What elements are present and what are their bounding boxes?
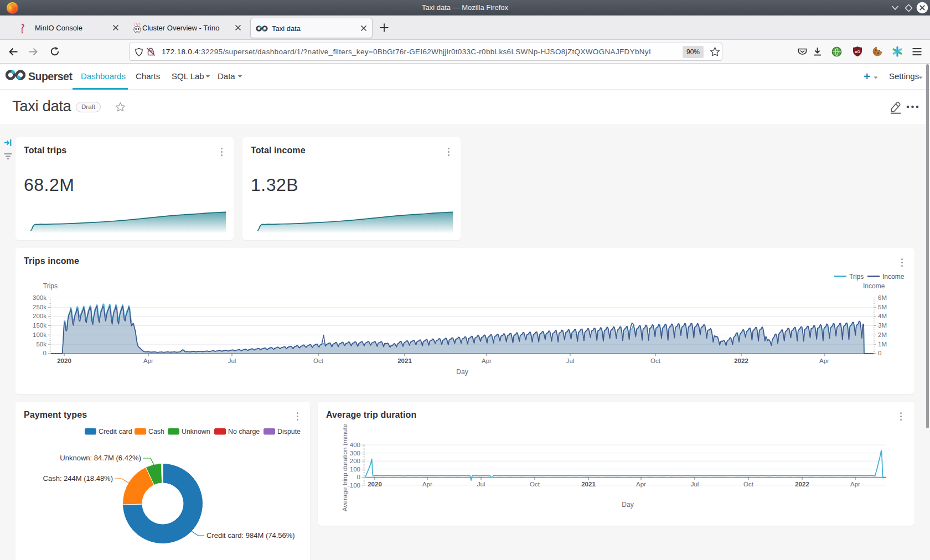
svg-text:0: 0 [357,474,360,480]
svg-text:Cash: 244M (18.48%): Cash: 244M (18.48%) [43,474,113,483]
svg-text:Oct: Oct [313,357,324,364]
svg-text:100: 100 [350,466,360,473]
svg-text:Apr: Apr [819,357,829,364]
svg-text:150k: 150k [33,322,46,329]
svg-text:Average trinp duration (minute: Average trinp duration (minute [341,423,349,511]
svg-text:2022: 2022 [734,357,748,364]
svg-text:Jul: Jul [228,357,236,364]
svg-text:Trips: Trips [43,282,58,290]
svg-text:Jul: Jul [566,357,575,364]
svg-text:200k: 200k [33,313,46,319]
svg-text:250k: 250k [33,304,46,310]
svg-text:Unknown: 84.7M (6.42%): Unknown: 84.7M (6.42%) [60,454,141,462]
svg-text:Day: Day [456,368,468,376]
svg-text:4M: 4M [878,313,887,319]
svg-text:2021: 2021 [581,481,596,488]
svg-text:2020: 2020 [57,357,71,364]
svg-text:Jul: Jul [691,481,699,488]
svg-text:-100: -100 [348,482,360,489]
svg-text:Unknown: Unknown [182,428,210,435]
svg-text:Apr: Apr [422,481,432,488]
svg-text:100k: 100k [33,331,46,338]
svg-text:Credit card: 984M (74.56%): Credit card: 984M (74.56%) [206,531,295,540]
svg-text:Cash: Cash [148,428,164,435]
svg-text:6M: 6M [878,294,887,301]
svg-text:Dispute: Dispute [277,428,301,435]
svg-text:Day: Day [622,501,633,509]
svg-text:Jul: Jul [477,481,485,488]
svg-text:300: 300 [350,450,360,457]
svg-text:200: 200 [350,458,360,464]
svg-text:3M: 3M [878,322,887,329]
svg-text:5M: 5M [878,304,887,310]
svg-text:Apr: Apr [850,481,860,488]
svg-text:50k: 50k [36,341,46,348]
svg-text:Apr: Apr [636,481,646,488]
svg-text:Oct: Oct [650,357,661,364]
svg-text:2020: 2020 [368,481,382,488]
svg-text:2021: 2021 [397,357,412,364]
svg-text:uO: uO [855,50,860,54]
svg-text:400: 400 [350,442,360,448]
svg-text:Trips: Trips [849,273,864,281]
svg-text:Income: Income [882,273,905,281]
svg-text:300k: 300k [33,294,46,301]
svg-text:2022: 2022 [795,481,809,488]
svg-text:Credit card: Credit card [99,428,132,435]
svg-text:2M: 2M [878,331,887,338]
svg-text:1M: 1M [878,341,887,348]
svg-text:Oct: Oct [743,481,754,488]
svg-text:0: 0 [43,350,46,356]
svg-text:No charge: No charge [228,428,260,435]
svg-text:Income: Income [863,282,885,290]
svg-text:Apr: Apr [482,357,492,364]
svg-text:Oct: Oct [530,481,540,488]
svg-text:0: 0 [878,350,881,356]
svg-text:Apr: Apr [143,357,153,364]
